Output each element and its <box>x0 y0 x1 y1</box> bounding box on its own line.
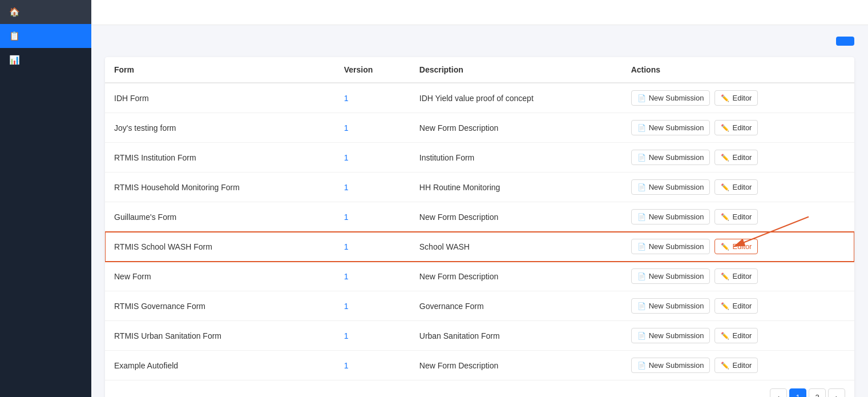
editor-button[interactable]: ✏️ Editor <box>714 239 758 254</box>
action-buttons: 📄 New Submission ✏️ Editor <box>631 120 845 135</box>
action-buttons: 📄 New Submission ✏️ Editor <box>631 150 845 165</box>
editor-button[interactable]: ✏️ Editor <box>714 358 758 373</box>
editor-button[interactable]: ✏️ Editor <box>714 328 758 343</box>
cell-actions: 📄 New Submission ✏️ Editor <box>622 262 854 291</box>
new-submission-button[interactable]: 📄 New Submission <box>631 209 710 224</box>
new-submission-button[interactable]: 📄 New Submission <box>631 328 710 343</box>
cell-description: IDH Yield value proof of concept <box>410 83 622 113</box>
new-submission-button[interactable]: 📄 New Submission <box>631 179 710 195</box>
cell-actions: 📄 New Submission ✏️ Editor <box>622 113 854 143</box>
cell-form-name: RTMIS Urban Sanitation Form <box>105 321 335 351</box>
submission-label: New Submission <box>649 242 704 251</box>
submission-icon: 📄 <box>637 272 646 280</box>
cell-version: 1 <box>335 351 410 380</box>
editor-icon: ✏️ <box>721 243 729 251</box>
submission-label: New Submission <box>649 153 704 162</box>
col-form: Form <box>105 57 335 83</box>
add-new-button[interactable] <box>836 37 854 46</box>
new-submission-button[interactable]: 📄 New Submission <box>631 268 710 284</box>
editor-icon: ✏️ <box>721 154 729 162</box>
cell-form-name: RTMIS School WASH Form <box>105 232 335 262</box>
cell-form-name: RTMIS Household Monitoring Form <box>105 173 335 202</box>
new-submission-button[interactable]: 📄 New Submission <box>631 239 710 254</box>
cell-description: New Form Description <box>410 351 622 380</box>
cell-description: Urban Sanitation Form <box>410 321 622 351</box>
table-container: Form Version Description Actions IDH For… <box>105 57 854 397</box>
cell-version: 1 <box>335 202 410 232</box>
page-area: Form Version Description Actions IDH For… <box>91 25 868 397</box>
new-submission-button[interactable]: 📄 New Submission <box>631 150 710 165</box>
editor-button[interactable]: ✏️ Editor <box>714 150 758 165</box>
table-row: RTMIS Governance Form 1 Governance Form … <box>105 291 854 321</box>
home-icon: 🏠 <box>9 7 20 17</box>
submission-icon: 📄 <box>637 213 646 221</box>
editor-button[interactable]: ✏️ Editor <box>714 90 758 106</box>
pagination: ‹ 1 2 › <box>105 380 854 397</box>
editor-label: Editor <box>732 153 752 162</box>
editor-icon: ✏️ <box>721 213 729 221</box>
submission-label: New Submission <box>649 331 704 340</box>
editor-label: Editor <box>732 242 752 251</box>
cell-version: 1 <box>335 113 410 143</box>
table-row: RTMIS Institution Form 1 Institution For… <box>105 143 854 173</box>
editor-button[interactable]: ✏️ Editor <box>714 209 758 224</box>
table-row: RTMIS Household Monitoring Form 1 HH Rou… <box>105 173 854 202</box>
data-icon: 📊 <box>9 55 20 65</box>
editor-label: Editor <box>732 361 752 370</box>
page-header <box>105 37 854 46</box>
table-wrapper: Form Version Description Actions IDH For… <box>105 57 854 397</box>
sidebar-item-home[interactable]: 🏠 <box>0 0 91 24</box>
action-buttons: 📄 New Submission ✏️ Editor <box>631 358 845 373</box>
new-submission-button[interactable]: 📄 New Submission <box>631 120 710 135</box>
cell-form-name: Example Autofield <box>105 351 335 380</box>
cell-actions: 📄 New Submission ✏️ Editor <box>622 173 854 202</box>
submission-icon: 📄 <box>637 154 646 162</box>
pagination-page-2[interactable]: 2 <box>809 388 826 397</box>
editor-button[interactable]: ✏️ Editor <box>714 179 758 195</box>
cell-version: 1 <box>335 291 410 321</box>
topbar <box>91 0 868 25</box>
cell-version: 1 <box>335 143 410 173</box>
cell-form-name: RTMIS Institution Form <box>105 143 335 173</box>
cell-version: 1 <box>335 173 410 202</box>
new-submission-button[interactable]: 📄 New Submission <box>631 298 710 314</box>
cell-version: 1 <box>335 83 410 113</box>
col-version: Version <box>335 57 410 83</box>
main-content: Form Version Description Actions IDH For… <box>91 0 868 397</box>
sidebar-item-data[interactable]: 📊 <box>0 48 91 72</box>
submission-label: New Submission <box>649 272 704 280</box>
new-submission-button[interactable]: 📄 New Submission <box>631 90 710 106</box>
editor-button[interactable]: ✏️ Editor <box>714 298 758 314</box>
cell-form-name: IDH Form <box>105 83 335 113</box>
editor-button[interactable]: ✏️ Editor <box>714 268 758 284</box>
sidebar-item-form[interactable]: 📋 <box>0 24 91 48</box>
submission-icon: 📄 <box>637 243 646 251</box>
cell-form-name: Joy's testing form <box>105 113 335 143</box>
submission-label: New Submission <box>649 361 704 370</box>
form-icon: 📋 <box>9 31 20 41</box>
editor-label: Editor <box>732 94 752 102</box>
action-buttons: 📄 New Submission ✏️ Editor <box>631 239 845 254</box>
cell-actions: 📄 New Submission ✏️ Editor <box>622 351 854 380</box>
submission-label: New Submission <box>649 212 704 221</box>
pagination-page-1[interactable]: 1 <box>789 388 806 397</box>
table-row: RTMIS Urban Sanitation Form 1 Urban Sani… <box>105 321 854 351</box>
cell-version: 1 <box>335 232 410 262</box>
editor-icon: ✏️ <box>721 183 729 191</box>
editor-button[interactable]: ✏️ Editor <box>714 120 758 135</box>
editor-label: Editor <box>732 212 752 221</box>
cell-description: Institution Form <box>410 143 622 173</box>
submission-icon: 📄 <box>637 302 646 310</box>
editor-icon: ✏️ <box>721 272 729 280</box>
new-submission-button[interactable]: 📄 New Submission <box>631 358 710 373</box>
cell-description: School WASH <box>410 232 622 262</box>
editor-label: Editor <box>732 123 752 132</box>
table-header-row: Form Version Description Actions <box>105 57 854 83</box>
submission-icon: 📄 <box>637 332 646 340</box>
pagination-prev[interactable]: ‹ <box>770 388 787 397</box>
table-row: IDH Form 1 IDH Yield value proof of conc… <box>105 83 854 113</box>
cell-description: New Form Description <box>410 202 622 232</box>
cell-description: New Form Description <box>410 262 622 291</box>
pagination-next[interactable]: › <box>828 388 845 397</box>
action-buttons: 📄 New Submission ✏️ Editor <box>631 179 845 195</box>
